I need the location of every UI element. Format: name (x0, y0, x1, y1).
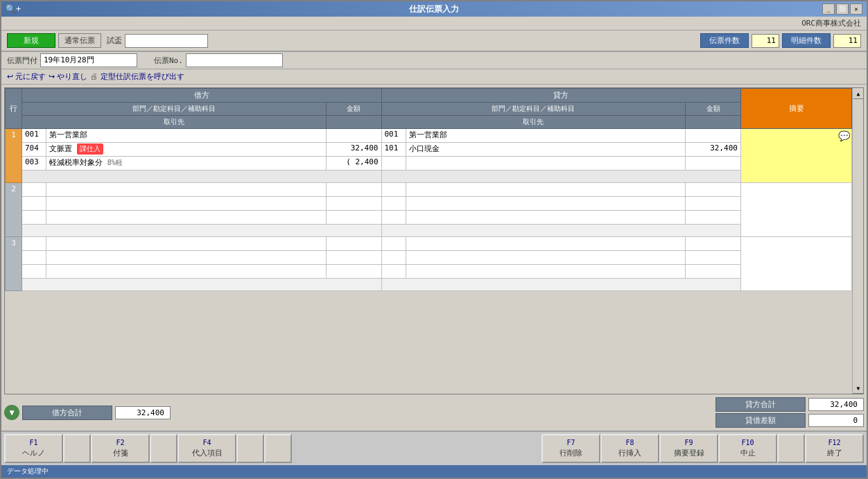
debit-code-1a[interactable]: 001 (22, 129, 46, 143)
summary-1[interactable]: 💬 (741, 129, 852, 183)
debit-name-2b[interactable] (46, 197, 327, 211)
f5-empty-button[interactable] (236, 434, 264, 463)
debit-code-3a[interactable] (22, 237, 46, 251)
credit-transaction-2[interactable] (381, 225, 741, 237)
debit-amount-2a[interactable] (326, 183, 381, 197)
summary-3[interactable] (741, 237, 852, 291)
credit-code-1b[interactable]: 101 (381, 143, 406, 157)
credit-name-1c[interactable] (406, 157, 686, 171)
credit-transaction-3[interactable] (381, 279, 741, 291)
credit-code-3b[interactable] (381, 251, 406, 265)
credit-code-2c[interactable] (381, 211, 406, 225)
debit-code-1b[interactable]: 704 (22, 143, 46, 157)
new-button[interactable]: 新規 (7, 33, 55, 48)
f3-empty-button[interactable] (150, 434, 177, 463)
credit-amount-1c[interactable] (686, 157, 741, 171)
scrollbar[interactable]: ▲ ▼ (852, 88, 863, 394)
debit-name-2a[interactable] (46, 183, 327, 197)
credit-code-1a[interactable]: 001 (381, 129, 406, 143)
credit-code-1c[interactable] (381, 157, 406, 171)
credit-name-3a[interactable] (406, 237, 686, 251)
f9-button[interactable]: F9 摘要登録 (659, 434, 718, 463)
chat-icon[interactable]: 💬 (838, 130, 850, 141)
debit-name-3c[interactable] (46, 265, 327, 279)
f4-button[interactable]: F4 代入項目 (177, 434, 236, 463)
credit-code-2a[interactable] (381, 183, 406, 197)
back-button[interactable]: ↩ 元に戻す (7, 71, 46, 82)
credit-name-2a[interactable] (406, 183, 686, 197)
credit-name-1a[interactable]: 第一営業部 (406, 129, 686, 143)
minimize-button[interactable]: _ (822, 3, 835, 15)
summary-2[interactable] (741, 183, 852, 237)
credit-name-2c[interactable] (406, 211, 686, 225)
transaction-header-row: 取引先 取引先 (6, 116, 852, 129)
slip-date-input[interactable]: 19年10月28門 (40, 53, 137, 67)
debit-amount-2c[interactable] (326, 211, 381, 225)
credit-code-2b[interactable] (381, 197, 406, 211)
credit-transaction-1[interactable] (381, 171, 741, 183)
detail-count-button[interactable]: 明細件数 (782, 33, 831, 48)
credit-amount-1b[interactable]: 32,400 (686, 143, 741, 157)
template-button[interactable]: 定型仕訳伝票を呼び出す (101, 71, 184, 82)
slip-count-button[interactable]: 伝票件数 (700, 33, 749, 48)
f10-button[interactable]: F10 中止 (718, 434, 777, 463)
expand-button[interactable]: ▼ (4, 405, 19, 420)
debit-amount-3b[interactable] (326, 251, 381, 265)
credit-amount-3c[interactable] (686, 265, 741, 279)
debit-transaction-2[interactable] (22, 225, 382, 237)
debit-transaction-3[interactable] (22, 279, 382, 291)
redo-button[interactable]: ↪ やり直し (49, 71, 87, 82)
credit-amount-2b[interactable] (686, 197, 741, 211)
f6-empty-button[interactable] (264, 434, 292, 463)
slip-type-button[interactable]: 通常伝票 (58, 33, 101, 48)
scroll-down-button[interactable]: ▼ (853, 383, 864, 394)
f8-button[interactable]: F8 行挿入 (600, 434, 659, 463)
debit-code-3c[interactable] (22, 265, 46, 279)
credit-name-3b[interactable] (406, 251, 686, 265)
f11-empty-button[interactable] (777, 434, 805, 463)
credit-amount-2c[interactable] (686, 211, 741, 225)
debit-code-3b[interactable] (22, 251, 46, 265)
debit-code-2a[interactable] (22, 183, 46, 197)
credit-amount-2a[interactable] (686, 183, 741, 197)
debit-name-3b[interactable] (46, 251, 327, 265)
toolbar-middle: 試盃 (107, 34, 208, 48)
close-button[interactable]: ✕ (850, 3, 862, 15)
debit-name-1c[interactable]: 軽減税率対象分 8%軽 (46, 157, 327, 171)
debit-name-1b[interactable]: 文脈置 課仕入 (46, 143, 327, 157)
debit-amount-3c[interactable] (326, 265, 381, 279)
debit-amount-2b[interactable] (326, 197, 381, 211)
debit-name-2c[interactable] (46, 211, 327, 225)
f7-button[interactable]: F7 行削除 (541, 434, 600, 463)
debit-name-1a[interactable]: 第一営業部 (46, 129, 327, 143)
credit-name-3c[interactable] (406, 265, 686, 279)
debit-name-3a[interactable] (46, 237, 327, 251)
debit-amount-1c[interactable]: ( 2,400 (326, 157, 381, 171)
slip-no-input[interactable] (186, 53, 283, 67)
summary-header: 摘要 (741, 89, 852, 129)
table-scroll-area[interactable]: 行 借方 貸方 摘要 部門／勘定科目／補助科目 金額 部門／勘定科目／補助科目 … (5, 88, 852, 394)
debit-amount-1b[interactable]: 32,400 (326, 143, 381, 157)
credit-amount-1a[interactable] (686, 129, 741, 143)
maximize-button[interactable]: ⬜ (836, 3, 849, 15)
debit-code-2c[interactable] (22, 211, 46, 225)
scroll-up-button[interactable]: ▲ (853, 88, 864, 99)
f2-button[interactable]: F2 付箋 (91, 434, 150, 463)
debit-transaction-1[interactable] (22, 171, 382, 183)
credit-code-3a[interactable] (381, 237, 406, 251)
credit-name-2b[interactable] (406, 197, 686, 211)
credit-amount-3a[interactable] (686, 237, 741, 251)
slip-no-group: 伝票No. (154, 53, 283, 67)
credit-amount-3b[interactable] (686, 251, 741, 265)
credit-name-1b[interactable]: 小口現金 (406, 143, 686, 157)
f12-button[interactable]: F12 終了 (805, 434, 864, 463)
tax-input[interactable] (125, 34, 208, 48)
debit-amount-3a[interactable] (326, 237, 381, 251)
scroll-track[interactable] (853, 99, 863, 383)
f2-empty-button[interactable] (63, 434, 91, 463)
debit-amount-1a[interactable] (326, 129, 381, 143)
debit-code-2b[interactable] (22, 197, 46, 211)
credit-code-3c[interactable] (381, 265, 406, 279)
f1-button[interactable]: F1 ヘルノ (4, 434, 63, 463)
debit-code-1c[interactable]: 003 (22, 157, 46, 171)
